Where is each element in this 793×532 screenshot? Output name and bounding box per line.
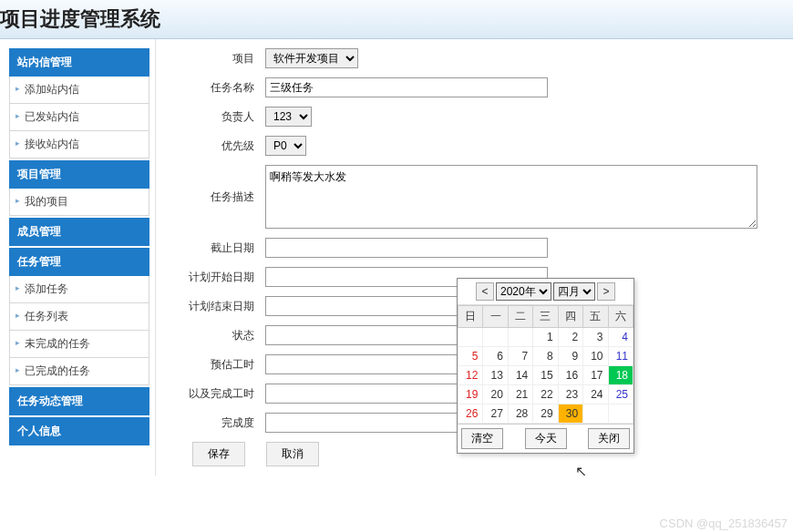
datepicker-day[interactable]: 10	[583, 347, 608, 366]
datepicker-day	[583, 404, 608, 424]
datepicker-day[interactable]: 3	[583, 328, 608, 347]
menu-item[interactable]: 任务列表	[9, 303, 149, 331]
task-name-label: 任务名称	[174, 80, 265, 96]
datepicker-clear[interactable]: 清空	[461, 428, 503, 449]
menu-item[interactable]: 已发站内信	[9, 104, 149, 131]
menu-title[interactable]: 个人信息	[9, 417, 149, 445]
datepicker-day[interactable]: 20	[483, 385, 508, 404]
menu-item[interactable]: 接收站内信	[9, 131, 149, 159]
project-label: 项目	[174, 51, 265, 66]
datepicker-dow: 五	[583, 306, 608, 328]
datepicker-day[interactable]: 8	[533, 347, 558, 366]
datepicker-dow: 四	[558, 306, 582, 328]
sidebar: 站内信管理添加站内信已发站内信接收站内信项目管理我的项目成员管理任务管理添加任务…	[0, 39, 155, 476]
datepicker-day[interactable]: 5	[458, 347, 483, 366]
task-name-input[interactable]	[265, 77, 548, 97]
planstart-label: 计划开始日期	[174, 270, 265, 285]
cancel-button[interactable]: 取消	[266, 442, 319, 466]
datepicker-day[interactable]: 26	[458, 404, 483, 424]
datepicker-dow: 一	[483, 306, 508, 328]
menu-title[interactable]: 项目管理	[9, 160, 149, 189]
datepicker-today[interactable]: 今天	[525, 428, 567, 449]
main-content: 项目 软件开发项目 任务名称 负责人 123 优先级 P0 任务描述 啊稍等发大…	[155, 39, 793, 476]
datepicker-day[interactable]: 17	[583, 366, 608, 385]
datepicker-prev[interactable]: <	[476, 282, 494, 301]
datepicker-day[interactable]: 1	[533, 328, 558, 347]
desc-label: 任务描述	[174, 189, 265, 205]
datepicker-year-select[interactable]: 2020年	[496, 282, 551, 301]
datepicker-day[interactable]: 19	[458, 385, 483, 404]
datepicker-day[interactable]: 29	[533, 404, 558, 424]
datepicker-day[interactable]: 4	[608, 328, 633, 347]
datepicker-day	[458, 328, 483, 347]
datepicker-day[interactable]: 2	[558, 328, 582, 347]
menu-item[interactable]: 未完成的任务	[9, 331, 149, 358]
datepicker-day[interactable]: 30	[558, 404, 582, 424]
desc-textarea[interactable]: 啊稍等发大水发	[265, 165, 757, 229]
project-select[interactable]: 软件开发项目	[265, 48, 358, 68]
datepicker-day	[483, 328, 508, 347]
datepicker-day[interactable]: 21	[508, 385, 532, 404]
page-title: 项目进度管理系统	[0, 5, 784, 33]
deadline-input[interactable]	[265, 238, 548, 258]
datepicker-grid: 日一二三四五六 12345678910111213141516171819202…	[458, 305, 633, 424]
datepicker-day[interactable]: 7	[508, 347, 532, 366]
save-button[interactable]: 保存	[192, 442, 245, 466]
datepicker-day	[608, 404, 633, 424]
datepicker-day[interactable]: 15	[533, 366, 558, 385]
datepicker-day[interactable]: 27	[483, 404, 508, 424]
datepicker-dow: 六	[608, 306, 633, 328]
priority-select[interactable]: P0	[265, 136, 306, 156]
menu-item[interactable]: 我的项目	[9, 189, 149, 216]
priority-label: 优先级	[174, 138, 265, 154]
datepicker-day[interactable]: 16	[558, 366, 582, 385]
datepicker-day[interactable]: 23	[558, 385, 582, 404]
datepicker-day[interactable]: 14	[508, 366, 532, 385]
datepicker-day	[508, 328, 532, 347]
datepicker-day[interactable]: 25	[608, 385, 633, 404]
datepicker-next[interactable]: >	[597, 282, 615, 301]
datepicker: < 2020年 四月 > 日一二三四五六 1234567891011121314…	[457, 278, 634, 454]
menu-title[interactable]: 站内信管理	[9, 48, 149, 77]
deadline-label: 截止日期	[174, 240, 265, 256]
progress-label: 完成度	[174, 415, 265, 431]
datepicker-day[interactable]: 6	[483, 347, 508, 366]
owner-label: 负责人	[174, 109, 265, 125]
owner-select[interactable]: 123	[265, 107, 312, 127]
datepicker-day[interactable]: 18	[608, 366, 633, 385]
datepicker-dow: 三	[533, 306, 558, 328]
menu-title[interactable]: 任务动态管理	[9, 387, 149, 415]
estimate-label: 预估工时	[174, 357, 265, 373]
menu-title[interactable]: 任务管理	[9, 248, 149, 276]
donehours-label: 以及完成工时	[174, 386, 265, 402]
menu-title[interactable]: 成员管理	[9, 218, 149, 246]
datepicker-day[interactable]: 12	[458, 366, 483, 385]
menu-item[interactable]: 添加站内信	[9, 77, 149, 104]
status-label: 状态	[174, 328, 265, 343]
datepicker-dow: 日	[458, 306, 483, 328]
datepicker-day[interactable]: 28	[508, 404, 532, 424]
datepicker-close[interactable]: 关闭	[588, 428, 630, 449]
planend-label: 计划结束日期	[174, 299, 265, 314]
datepicker-dow: 二	[508, 306, 532, 328]
menu-item[interactable]: 添加任务	[9, 276, 149, 303]
datepicker-day[interactable]: 9	[558, 347, 582, 366]
menu-item[interactable]: 已完成的任务	[9, 358, 149, 385]
datepicker-day[interactable]: 22	[533, 385, 558, 404]
datepicker-month-select[interactable]: 四月	[553, 282, 595, 301]
datepicker-day[interactable]: 11	[608, 347, 633, 366]
datepicker-day[interactable]: 13	[483, 366, 508, 385]
app-header: 项目进度管理系统	[0, 0, 793, 39]
datepicker-day[interactable]: 24	[583, 385, 608, 404]
